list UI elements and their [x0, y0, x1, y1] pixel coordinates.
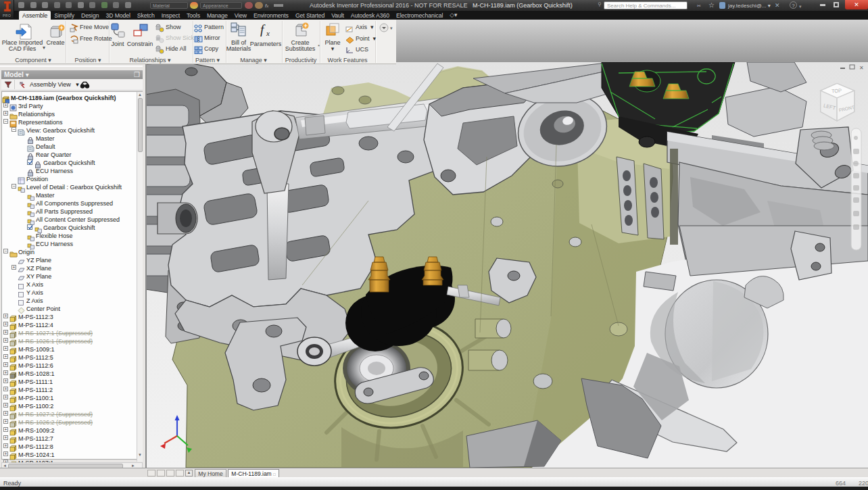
svg-text:f: f: [260, 22, 266, 36]
svg-text:✕: ✕: [859, 65, 864, 71]
svg-text:x: x: [266, 29, 270, 37]
svg-text:TOP: TOP: [831, 87, 842, 94]
